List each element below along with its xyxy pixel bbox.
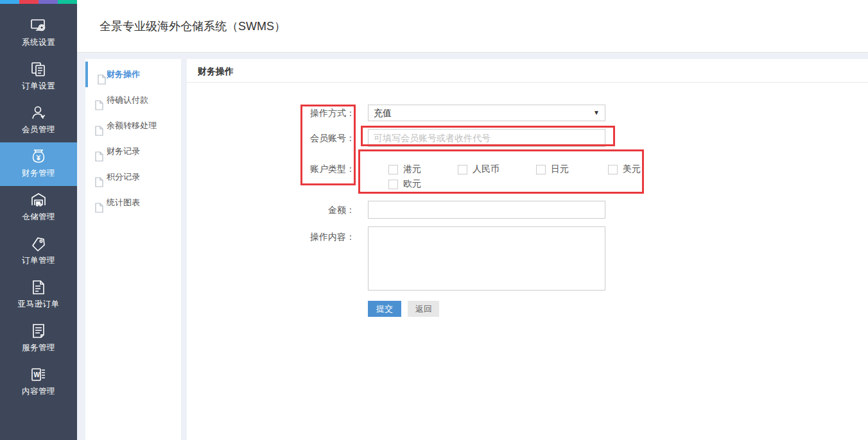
svg-text:W: W xyxy=(34,371,40,378)
content-management-icon: W xyxy=(30,366,48,384)
checkbox-box[interactable] xyxy=(536,165,546,174)
back-button[interactable]: 返回 xyxy=(408,301,439,317)
sidebar-item-label: 订单管理 xyxy=(0,255,77,266)
warehouse-management-icon xyxy=(30,191,48,209)
checkbox-box[interactable] xyxy=(608,165,618,174)
checkbox-label: 人民币 xyxy=(473,164,499,175)
order-management-icon xyxy=(30,235,48,253)
sidebar-item-label: 系统设置 xyxy=(0,37,77,48)
page-icon xyxy=(95,95,103,105)
strip-segment-blue xyxy=(0,0,19,4)
checkbox-usd[interactable]: 美元 xyxy=(608,162,641,176)
operation-content-textarea[interactable] xyxy=(368,226,605,291)
sidebar-item-system-settings[interactable]: 系统设置 xyxy=(0,12,77,55)
submenu-item-label: 财务操作 xyxy=(107,62,140,87)
submenu-item-points-records[interactable]: 积分记录 xyxy=(85,164,181,190)
panel-title: 财务操作 xyxy=(198,66,234,76)
chevron-down-icon: ▼ xyxy=(593,105,600,121)
operation-mode-value: 充值 xyxy=(374,108,392,118)
account-type-group: 港元 人民币 日元 美元 欧元 xyxy=(368,162,657,192)
member-account-label: 会员账号： xyxy=(187,129,355,147)
operation-content-label: 操作内容： xyxy=(187,230,355,243)
submenu-item-label: 统计图表 xyxy=(107,190,140,216)
sidebar-item-label: 服务管理 xyxy=(0,343,77,353)
checkbox-eur[interactable]: 欧元 xyxy=(388,177,421,191)
sidebar-item-service-management[interactable]: 服务管理 xyxy=(0,317,77,360)
app-title: 全景专业级海外仓储系统（SWMS） xyxy=(100,0,286,53)
submenu-item-label: 财务记录 xyxy=(107,139,140,164)
strip-segment-red xyxy=(19,0,39,4)
sidebar-item-label: 仓储管理 xyxy=(0,212,77,223)
page-icon xyxy=(95,172,103,182)
member-management-icon xyxy=(30,104,48,122)
member-account-input[interactable] xyxy=(368,129,605,147)
checkbox-label: 港元 xyxy=(403,164,421,175)
checkbox-box[interactable] xyxy=(458,165,467,174)
page-icon xyxy=(98,69,106,80)
sidebar-item-finance-management[interactable]: 财务管理 xyxy=(0,142,77,186)
primary-sidebar: 系统设置 订单设置 会员管理 xyxy=(0,0,77,440)
sidebar-item-order-management[interactable]: 订单管理 xyxy=(0,230,77,273)
sidebar-item-label: 会员管理 xyxy=(0,124,77,135)
checkbox-box[interactable] xyxy=(388,180,398,189)
submenu-item-finance-operation[interactable]: 财务操作 xyxy=(85,62,181,87)
checkbox-jpy[interactable]: 日元 xyxy=(536,162,569,176)
page-icon xyxy=(95,198,103,208)
checkbox-label: 欧元 xyxy=(403,178,421,190)
sidebar-item-member-management[interactable]: 会员管理 xyxy=(0,99,77,142)
strip-segment-purple xyxy=(39,0,58,4)
checkbox-box[interactable] xyxy=(388,165,398,174)
sidebar-item-content-management[interactable]: W 内容管理 xyxy=(0,360,77,404)
amount-label: 金额： xyxy=(187,201,355,219)
operation-mode-select[interactable]: 充值 ▼ xyxy=(368,105,605,121)
checkbox-cny[interactable]: 人民币 xyxy=(458,162,499,176)
submenu-item-label: 待确认付款 xyxy=(107,87,148,113)
brand-color-strip xyxy=(0,0,77,4)
submenu-item-label: 余额转移处理 xyxy=(107,113,157,139)
service-management-icon xyxy=(30,322,48,340)
sidebar-item-label: 订单设置 xyxy=(0,81,77,92)
sidebar-item-label: 内容管理 xyxy=(0,386,77,397)
order-settings-icon xyxy=(30,60,48,78)
checkbox-hkd[interactable]: 港元 xyxy=(388,162,421,176)
app-header: 全景专业级海外仓储系统（SWMS） xyxy=(77,0,868,53)
system-settings-icon xyxy=(30,17,48,35)
checkbox-label: 日元 xyxy=(551,164,569,175)
finance-management-icon xyxy=(30,148,48,165)
panel-title-bar: 财务操作 xyxy=(187,59,868,83)
sidebar-item-amazon-orders[interactable]: 亚马逊订单 xyxy=(0,273,77,317)
account-type-label: 账户类型： xyxy=(187,162,355,176)
submit-button[interactable]: 提交 xyxy=(368,301,401,317)
submenu-item-balance-transfer[interactable]: 余额转移处理 xyxy=(85,113,181,139)
strip-segment-teal xyxy=(58,0,77,4)
sidebar-item-label: 财务管理 xyxy=(0,168,77,179)
sidebar-item-order-settings[interactable]: 订单设置 xyxy=(0,55,77,99)
checkbox-label: 美元 xyxy=(623,164,641,175)
submenu-item-pending-payment[interactable]: 待确认付款 xyxy=(85,87,181,113)
form-actions: 提交 返回 xyxy=(368,301,439,317)
page-icon xyxy=(95,146,103,157)
sidebar-item-warehouse-management[interactable]: 仓储管理 xyxy=(0,186,77,230)
sidebar-item-label: 亚马逊订单 xyxy=(0,299,77,310)
amount-input[interactable] xyxy=(368,201,605,219)
operation-mode-label: 操作方式： xyxy=(187,105,355,121)
submenu-item-label: 积分记录 xyxy=(107,164,140,190)
main-panel: 财务操作 操作方式： 充值 ▼ 会员账号： 账户类型： 港元 人民币 日元 美元… xyxy=(187,59,868,440)
page-icon xyxy=(95,121,103,131)
submenu-item-finance-records[interactable]: 财务记录 xyxy=(85,139,181,164)
finance-submenu-panel: 财务操作 待确认付款 余额转移处理 财务记录 积分记录 xyxy=(85,59,181,440)
amazon-orders-icon xyxy=(30,278,48,296)
submenu-item-statistics-charts[interactable]: 统计图表 xyxy=(85,190,181,216)
